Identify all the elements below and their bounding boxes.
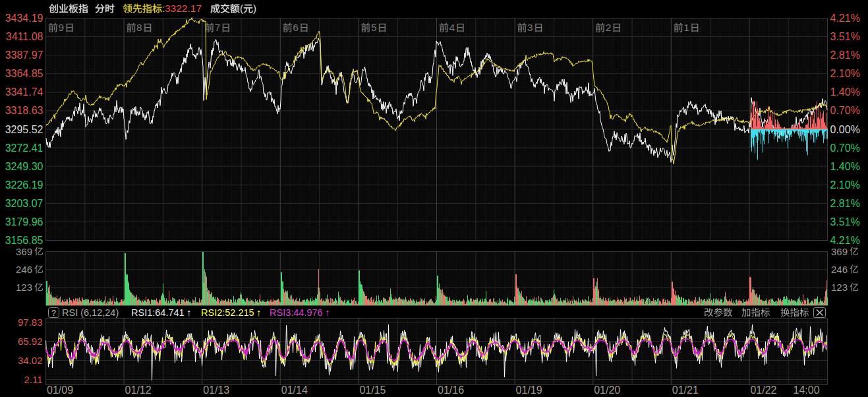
svg-text:14:00: 14:00 bbox=[794, 384, 820, 396]
svg-text:3226.19: 3226.19 bbox=[5, 179, 43, 191]
svg-text:01/16: 01/16 bbox=[438, 384, 464, 396]
svg-text:01/14: 01/14 bbox=[281, 384, 308, 396]
svg-text:4.21%: 4.21% bbox=[830, 235, 860, 246]
svg-text:0.00%: 0.00% bbox=[830, 124, 860, 135]
svg-text:2: 2 bbox=[606, 22, 612, 33]
svg-text:3322.17: 3322.17 bbox=[165, 3, 202, 14]
svg-text:65.92: 65.92 bbox=[18, 336, 43, 347]
svg-text:369: 369 bbox=[16, 246, 32, 257]
svg-text:6: 6 bbox=[293, 22, 299, 33]
svg-text:RSI1:64.741: RSI1:64.741 bbox=[131, 307, 185, 318]
svg-text:3203.07: 3203.07 bbox=[5, 198, 43, 209]
svg-text:RSI (6,12,24): RSI (6,12,24) bbox=[62, 307, 119, 318]
svg-text:↑: ↑ bbox=[187, 307, 192, 318]
svg-text:5: 5 bbox=[371, 22, 377, 33]
svg-text:1.40%: 1.40% bbox=[830, 86, 860, 98]
svg-text:01/22: 01/22 bbox=[750, 384, 776, 396]
svg-text:97.83: 97.83 bbox=[18, 317, 43, 328]
svg-text:2.11: 2.11 bbox=[24, 374, 42, 385]
svg-text:3318.63: 3318.63 bbox=[5, 105, 43, 116]
svg-text:3341.74: 3341.74 bbox=[5, 86, 43, 98]
svg-text:(: ( bbox=[240, 3, 243, 14]
svg-text:01/20: 01/20 bbox=[594, 384, 620, 396]
svg-text:3411.08: 3411.08 bbox=[6, 31, 43, 42]
svg-text:123: 123 bbox=[16, 282, 32, 293]
svg-text:123: 123 bbox=[831, 282, 848, 293]
svg-text:3387.97: 3387.97 bbox=[5, 49, 43, 61]
svg-text:34.02: 34.02 bbox=[18, 355, 43, 366]
svg-text:246: 246 bbox=[831, 264, 848, 275]
svg-text:): ) bbox=[253, 3, 256, 14]
svg-text:↑: ↑ bbox=[325, 307, 330, 318]
svg-text:3179.96: 3179.96 bbox=[5, 216, 43, 228]
svg-text:RSI2:52.215: RSI2:52.215 bbox=[201, 307, 254, 318]
svg-text:01/15: 01/15 bbox=[359, 384, 386, 396]
svg-text:4.21%: 4.21% bbox=[830, 13, 860, 24]
svg-text:246: 246 bbox=[16, 264, 32, 275]
svg-text:9: 9 bbox=[59, 22, 65, 33]
svg-text:?: ? bbox=[51, 309, 56, 318]
svg-text:8: 8 bbox=[136, 22, 142, 33]
svg-text:369: 369 bbox=[831, 246, 848, 257]
svg-text:3.51%: 3.51% bbox=[830, 31, 860, 42]
svg-text:0.70%: 0.70% bbox=[830, 105, 860, 116]
svg-text:3.51%: 3.51% bbox=[830, 216, 860, 228]
svg-text:1.40%: 1.40% bbox=[830, 161, 860, 172]
svg-text:2.81%: 2.81% bbox=[830, 49, 860, 61]
svg-text:3364.85: 3364.85 bbox=[5, 68, 43, 79]
svg-text:3434.19: 3434.19 bbox=[5, 13, 43, 24]
svg-text:4: 4 bbox=[449, 22, 455, 33]
svg-text:2.81%: 2.81% bbox=[830, 198, 860, 209]
svg-text:7: 7 bbox=[215, 22, 221, 33]
svg-text:3: 3 bbox=[527, 22, 533, 33]
svg-text:2.10%: 2.10% bbox=[830, 179, 860, 191]
svg-text:↑: ↑ bbox=[256, 307, 262, 318]
svg-text:0.70%: 0.70% bbox=[830, 142, 860, 154]
svg-text:3295.52: 3295.52 bbox=[5, 124, 43, 135]
svg-text:RSI3:44.976: RSI3:44.976 bbox=[270, 307, 323, 318]
svg-text:01/12: 01/12 bbox=[125, 384, 152, 396]
svg-text:3272.41: 3272.41 bbox=[5, 142, 43, 154]
svg-text:01/21: 01/21 bbox=[672, 384, 699, 396]
svg-text:01/09: 01/09 bbox=[47, 384, 73, 396]
svg-text:1: 1 bbox=[683, 22, 689, 33]
svg-text:3249.30: 3249.30 bbox=[5, 161, 43, 172]
svg-text:01/13: 01/13 bbox=[203, 384, 229, 396]
svg-text:2.10%: 2.10% bbox=[830, 68, 860, 79]
svg-text:01/19: 01/19 bbox=[516, 384, 542, 396]
svg-text:3156.85: 3156.85 bbox=[5, 235, 43, 246]
